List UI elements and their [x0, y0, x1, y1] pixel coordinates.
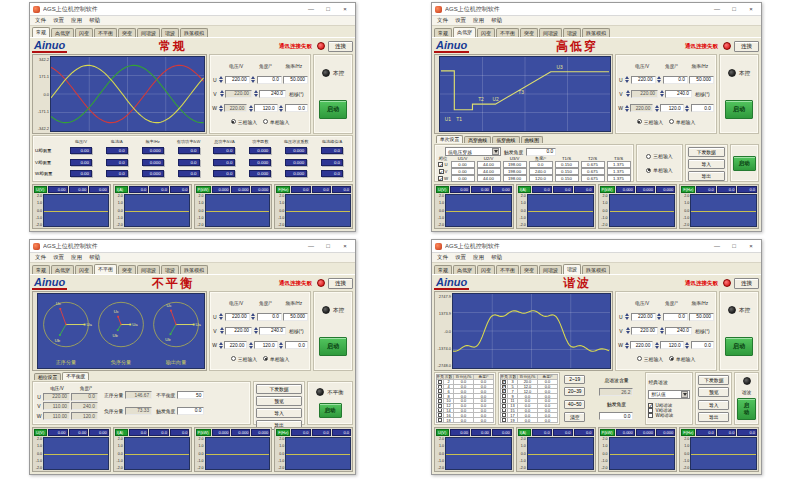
close-button[interactable]: ×	[744, 241, 758, 252]
voltage-input-U[interactable]: 220.00	[631, 76, 656, 84]
button-下发数据[interactable]: 下发数据	[698, 375, 729, 385]
spinner-icon[interactable]	[219, 313, 224, 320]
checkbox[interactable]: ✓	[438, 176, 443, 181]
button-清空[interactable]: 清空	[564, 412, 585, 422]
tab-2[interactable]: 闪变	[477, 28, 495, 37]
stage-input[interactable]: 198.00	[503, 168, 527, 175]
tab-3-active[interactable]: 不平衡	[94, 264, 117, 274]
spinner-icon[interactable]	[251, 76, 256, 83]
tab-7[interactable]: 跌落模拟	[180, 265, 208, 274]
checkbox[interactable]	[502, 418, 506, 422]
phase-shift-input[interactable]: 0.0	[691, 341, 714, 349]
tab-5[interactable]: 间谐波	[539, 28, 562, 37]
tab-4[interactable]: 突变	[520, 265, 538, 274]
spinner-icon[interactable]	[219, 90, 224, 97]
tab-3[interactable]: 不平衡	[496, 265, 519, 274]
tab-2[interactable]: 闪变	[477, 265, 495, 274]
minimize-button[interactable]: —	[710, 241, 724, 252]
subtab-1[interactable]: 不平衡度	[62, 372, 89, 380]
tab-0[interactable]: 常规	[434, 265, 452, 274]
menu-item-应用[interactable]: 应用	[473, 254, 484, 261]
phase-shift-input[interactable]: 0.0	[285, 341, 308, 349]
unbalance-degree-input[interactable]: 50	[177, 391, 204, 399]
stage-input[interactable]: 0.675	[581, 161, 605, 168]
frequency-input[interactable]: 50.000	[283, 76, 308, 84]
phase-shift-input[interactable]: 0.0	[285, 104, 308, 112]
radio-三相输入[interactable]: 三相输入	[637, 119, 663, 125]
checkbox[interactable]	[502, 409, 506, 413]
button-导出[interactable]: 导出	[698, 412, 729, 422]
connect-button[interactable]: 连接	[328, 41, 353, 52]
stage-input[interactable]: 1.375	[607, 161, 631, 168]
stage-input[interactable]: 0.675	[581, 168, 605, 175]
maximize-button[interactable]: □	[321, 241, 335, 252]
minimize-button[interactable]: —	[304, 4, 318, 15]
harmonic-angle-input[interactable]: 0.0	[474, 418, 494, 423]
run-button[interactable]: 启动	[737, 398, 756, 420]
menu-item-帮助[interactable]: 帮助	[491, 17, 502, 24]
menu-item-设置[interactable]: 设置	[53, 17, 64, 24]
subtab-0[interactable]: 相位设置	[34, 373, 61, 380]
spinner-icon[interactable]	[625, 313, 630, 320]
tab-2[interactable]: 闪变	[75, 265, 93, 274]
stage-input[interactable]: 1.375	[607, 175, 631, 182]
menu-item-设置[interactable]: 设置	[455, 17, 466, 24]
stage-input[interactable]: 0.00	[451, 161, 475, 168]
radio-单相输入[interactable]: 单相输入	[263, 119, 289, 125]
checkbox[interactable]	[438, 413, 442, 417]
spinner-icon[interactable]	[659, 327, 664, 334]
connect-button[interactable]: 连接	[328, 278, 353, 289]
tab-7[interactable]: 跌落模拟	[582, 28, 610, 37]
radio-单相输入[interactable]: 单相输入	[646, 167, 672, 173]
button-40~50[interactable]: 40~50	[564, 400, 585, 409]
run-button[interactable]: 启动	[733, 156, 756, 171]
angle-input-U[interactable]: 0.0	[257, 76, 282, 84]
angle-input-V[interactable]: 240.0	[665, 90, 692, 98]
checkbox[interactable]	[502, 399, 506, 403]
stage-input[interactable]: 240.0	[529, 168, 553, 175]
subtab-3[interactable]: 曲线图	[521, 136, 543, 143]
tab-3[interactable]: 不平衡	[94, 28, 117, 37]
tab-7[interactable]: 跌落模拟	[180, 28, 208, 37]
button-导入[interactable]: 导入	[688, 159, 725, 169]
trigger-angle-input[interactable]: 0.0	[599, 412, 633, 420]
curve-type-dropdown[interactable]: 低电压穿越	[445, 147, 501, 156]
trigger-angle-input[interactable]: 0.0	[526, 148, 556, 156]
titlebar[interactable]: AGS上位机控制软件 — □ ×	[432, 3, 761, 16]
checkbox[interactable]: ✓	[502, 385, 506, 389]
checkbox[interactable]: ✓	[502, 380, 506, 384]
angle-input-W[interactable]: 120.0	[254, 341, 277, 349]
titlebar[interactable]: AGS上位机控制软件 — □ ×	[30, 240, 355, 253]
close-button[interactable]: ×	[744, 4, 758, 15]
spinner-icon[interactable]	[248, 342, 253, 349]
spinner-icon[interactable]	[625, 76, 630, 83]
menu-item-文件[interactable]: 文件	[35, 254, 46, 261]
tab-0[interactable]: 常规	[32, 265, 50, 274]
spinner-icon[interactable]	[279, 105, 284, 112]
angle-input-W[interactable]: 120.0	[660, 104, 683, 112]
stage-input[interactable]: 0.00	[451, 175, 475, 182]
tab-1-active[interactable]: 高低穿	[453, 27, 476, 37]
angle-input-V[interactable]: 240.0	[259, 327, 286, 335]
tab-5[interactable]: 间谐波	[539, 265, 562, 274]
frequency-input[interactable]: 50.000	[689, 76, 714, 84]
angle-input-U[interactable]: 0.0	[663, 313, 688, 321]
checkbox[interactable]	[438, 418, 442, 422]
menu-item-帮助[interactable]: 帮助	[491, 254, 502, 261]
start-button[interactable]: 启动	[319, 337, 347, 356]
subtab-0[interactable]: 单次设置	[436, 135, 463, 143]
titlebar[interactable]: AGS上位机控制软件 — □ ×	[432, 240, 761, 253]
maximize-button[interactable]: □	[321, 4, 335, 15]
button-预览[interactable]: 预览	[698, 387, 729, 397]
tab-6[interactable]: 谐波	[161, 265, 179, 274]
tab-6[interactable]: 谐波	[161, 28, 179, 37]
checkbox[interactable]	[438, 380, 442, 384]
voltage-input-V[interactable]: 220.00	[631, 327, 658, 335]
subtab-2[interactable]: 低穿曲线	[492, 136, 519, 143]
spinner-icon[interactable]	[218, 342, 223, 349]
button-下发数据[interactable]: 下发数据	[256, 384, 302, 394]
angle-input-U[interactable]: 0.0	[663, 76, 688, 84]
tab-6-active[interactable]: 谐波	[563, 264, 581, 274]
checkbox[interactable]	[502, 404, 506, 408]
stage-input[interactable]: 0.150	[555, 168, 579, 175]
